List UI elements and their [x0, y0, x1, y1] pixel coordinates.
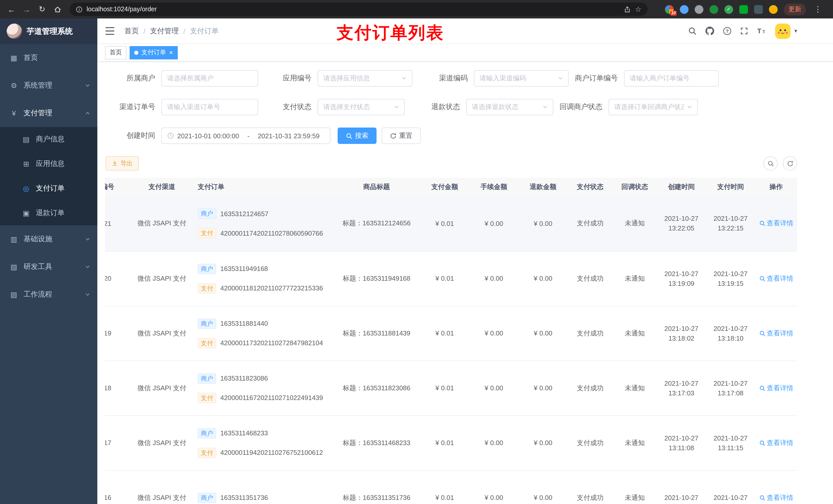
filter-callback-status-select[interactable]: 请选择订单回调商户状态: [609, 99, 698, 115]
cell-amount: ¥ 0.01: [420, 415, 469, 470]
font-size-icon[interactable]: TT: [757, 27, 767, 35]
view-detail-link[interactable]: 查看详情: [759, 219, 793, 228]
cell-notify: 未通知: [613, 361, 657, 415]
filter-refund-status-select[interactable]: 请选择退款状态: [466, 99, 553, 115]
cell-fee: ¥ 0.00: [469, 196, 519, 251]
cell-amount: ¥ 0.01: [420, 251, 469, 306]
search-button[interactable]: 搜索: [338, 127, 377, 144]
tab-home[interactable]: 首页: [105, 46, 126, 59]
search-icon[interactable]: [688, 27, 697, 35]
address-bar[interactable]: localhost:1024/pay/order ☆: [70, 3, 647, 16]
cell-create-time: 2021-10-2713:18:02: [657, 306, 706, 361]
date-separator: -: [242, 132, 255, 140]
column-header: 支付订单: [189, 178, 333, 196]
table-row: 18微信 JSAPI 支付商户1635311823086支付4200001167…: [105, 361, 797, 415]
filter-channel-order-no-input[interactable]: 请输入渠道订单号: [161, 99, 258, 115]
filter-label-app-no: 应用编号: [258, 74, 318, 83]
browser-update-button[interactable]: 更新: [784, 3, 806, 15]
extension-gray-icon[interactable]: [695, 5, 704, 14]
filter-channel-code-select[interactable]: 请输入渠道编码: [474, 70, 569, 87]
toggle-search-icon-button[interactable]: [763, 156, 778, 171]
sidebar-item-refund-order[interactable]: ▣退款订单: [0, 201, 97, 225]
cell-create-time: 2021-10-2713:11:08: [657, 415, 706, 470]
github-icon[interactable]: [706, 27, 714, 35]
filter-pay-status-select[interactable]: 请选择支付状态: [318, 99, 405, 115]
share-icon[interactable]: [624, 6, 631, 13]
extension-check-icon[interactable]: ✓: [724, 5, 733, 14]
extension-dark-icon[interactable]: [754, 5, 763, 14]
filter-merchant-owner-input[interactable]: 请选择所属商户: [161, 70, 258, 87]
workflow-icon: ▨: [10, 290, 18, 298]
tab-pay-order[interactable]: 支付订单×: [129, 46, 177, 59]
chevron-down-icon: [558, 76, 563, 81]
cell-id: 21: [105, 196, 135, 251]
user-avatar: [776, 23, 791, 39]
browser-menu-icon[interactable]: ⋮: [812, 5, 824, 14]
sidebar-item-workflow[interactable]: ▨工作流程: [0, 281, 97, 308]
cell-pay-order: 商户1635311823086支付42000011672021102710224…: [189, 361, 333, 415]
pay-tag: 支付: [198, 338, 216, 348]
hamburger-icon[interactable]: [97, 19, 122, 44]
cell-channel: 微信 JSAPI 支付: [135, 415, 189, 470]
cell-title: 标题：1635311881439: [333, 306, 420, 361]
bookmark-star-icon[interactable]: ☆: [635, 5, 641, 13]
column-header: 退款金额: [519, 178, 568, 196]
export-button[interactable]: 导出: [105, 156, 139, 171]
view-detail-link[interactable]: 查看详情: [759, 274, 793, 283]
column-header: 手续金额: [469, 178, 519, 196]
navbar: 首页 / 支付管理 / 支付订单 ?: [97, 19, 833, 44]
extension-green-square-icon[interactable]: [739, 5, 748, 14]
reset-button[interactable]: 重置: [382, 127, 421, 144]
chevron-down-icon: [85, 83, 90, 88]
browser-home-icon[interactable]: [50, 2, 65, 16]
sidebar-item-dev-tools[interactable]: ▧研发工具: [0, 253, 97, 281]
cell-status: 支付成功: [568, 251, 613, 306]
breadcrumb-payment[interactable]: 支付管理: [150, 26, 179, 35]
filter-label-channel-order-no: 渠道订单号: [105, 102, 161, 112]
cell-action: 查看详情: [755, 470, 797, 504]
profile-avatar-icon[interactable]: [769, 5, 778, 14]
view-detail-link[interactable]: 查看详情: [759, 438, 793, 448]
close-tab-icon[interactable]: ×: [169, 49, 173, 56]
merchant-tag: 商户: [198, 318, 216, 329]
dashboard-icon: ▦: [10, 54, 18, 62]
sidebar-item-system[interactable]: ⚙系统管理: [0, 72, 97, 99]
merchant-tag: 商户: [198, 428, 216, 438]
column-header: 支付渠道: [135, 178, 189, 196]
view-detail-link[interactable]: 查看详情: [759, 329, 793, 338]
extension-colorful-icon[interactable]: 10: [665, 5, 674, 14]
fullscreen-icon[interactable]: [740, 27, 748, 35]
chevron-down-icon: [85, 237, 90, 242]
breadcrumb-home[interactable]: 首页: [124, 26, 139, 35]
sidebar-item-pay-order[interactable]: ◎支付订单: [0, 176, 97, 201]
app-logo[interactable]: 芋道管理系统: [0, 19, 97, 44]
help-icon[interactable]: ?: [723, 27, 732, 35]
extension-blue-icon[interactable]: [680, 5, 689, 14]
sidebar-item-home[interactable]: ▦首页: [0, 44, 97, 72]
cell-pay-order: 商户1635311881440支付42000011732021102728479…: [189, 306, 333, 361]
cell-action: 查看详情: [755, 415, 797, 470]
create-time-range-picker[interactable]: 2021-10-01 00:00:00 - 2021-10-31 23:59:5…: [161, 127, 330, 144]
cell-refund: ¥ 0.00: [519, 196, 568, 251]
sidebar-item-app-info[interactable]: ⊞应用信息: [0, 152, 97, 176]
sidebar-item-infrastructure[interactable]: ▥基础设施: [0, 225, 97, 253]
refresh-table-icon-button[interactable]: [783, 156, 797, 171]
extension-green-icon[interactable]: [710, 5, 718, 14]
url-text: localhost:1024/pay/order: [87, 6, 157, 13]
cell-title: 标题：1635311468233: [333, 415, 420, 470]
view-detail-link[interactable]: 查看详情: [759, 383, 793, 392]
column-header: 支付状态: [568, 178, 613, 196]
browser-back-icon[interactable]: ←: [4, 2, 19, 16]
browser-forward-icon[interactable]: →: [20, 2, 34, 16]
filter-merchant-order-no-input[interactable]: 请输入商户订单编号: [624, 70, 719, 87]
view-detail-link[interactable]: 查看详情: [759, 493, 793, 502]
column-header: 创建时间: [657, 178, 706, 196]
filter-app-no-select[interactable]: 请选择应用信息: [318, 70, 412, 87]
sidebar-item-merchant-info[interactable]: ▤商户信息: [0, 127, 97, 152]
cell-refund: ¥ 0.00: [519, 415, 568, 470]
chevron-down-icon: [687, 104, 692, 110]
site-info-icon[interactable]: [76, 6, 82, 13]
browser-reload-icon[interactable]: ↻: [35, 2, 49, 16]
user-avatar-menu[interactable]: ▾: [776, 23, 797, 39]
sidebar-item-payment[interactable]: ¥支付管理: [0, 99, 97, 127]
